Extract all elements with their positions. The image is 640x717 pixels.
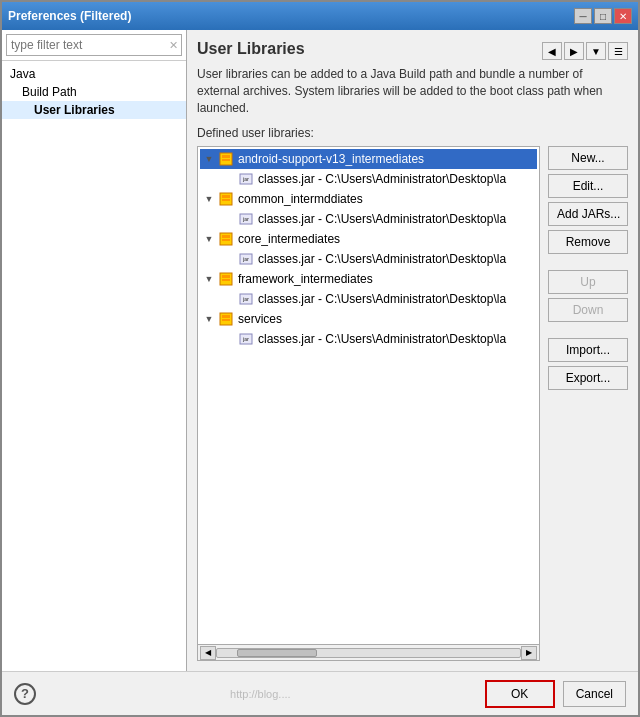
down-button[interactable]: Down: [548, 298, 628, 322]
svg-rect-17: [222, 279, 230, 281]
bottom-left: ?: [14, 683, 36, 705]
svg-text:jar: jar: [242, 296, 249, 302]
btn-spacer-1: [548, 258, 628, 266]
lib-child-0-0[interactable]: ▶ jar classes.jar - C:\Users\Administrat…: [200, 169, 537, 189]
watermark-text: http://blog....: [230, 688, 291, 700]
jar-icon-3-0: jar: [238, 291, 254, 307]
bottom-bar: ? http://blog.... OK Cancel: [2, 671, 638, 715]
add-jars-button[interactable]: Add JARs...: [548, 202, 628, 226]
svg-text:jar: jar: [242, 216, 249, 222]
svg-text:jar: jar: [242, 336, 249, 342]
jar-icon-1-0: jar: [238, 211, 254, 227]
remove-button[interactable]: Remove: [548, 230, 628, 254]
filter-clear-icon[interactable]: ✕: [169, 39, 178, 52]
window-title: Preferences (Filtered): [8, 9, 131, 23]
import-button[interactable]: Import...: [548, 338, 628, 362]
jar-name-3-0: classes.jar - C:\Users\Administrator\Des…: [258, 292, 506, 306]
up-button[interactable]: Up: [548, 270, 628, 294]
svg-rect-11: [222, 235, 230, 238]
filter-input[interactable]: [6, 34, 182, 56]
svg-rect-21: [222, 315, 230, 318]
lib-child-3-0[interactable]: ▶ jar classes.jar - C:\Users\Administrat…: [200, 289, 537, 309]
ok-button[interactable]: OK: [485, 680, 555, 708]
svg-rect-12: [222, 239, 230, 241]
lib-name-0: android-support-v13_intermediates: [238, 152, 424, 166]
sidebar-tree: Java Build Path User Libraries: [2, 61, 186, 671]
library-tree-container[interactable]: ▼ android-support-v13_intermediates: [198, 147, 539, 644]
lib-child-1-0[interactable]: ▶ jar classes.jar - C:\Users\Administrat…: [200, 209, 537, 229]
svg-rect-6: [222, 195, 230, 198]
svg-text:jar: jar: [242, 176, 249, 182]
library-icon-4: [218, 311, 234, 327]
lib-item-framework[interactable]: ▼ framework_intermediates: [200, 269, 537, 289]
new-button[interactable]: New...: [548, 146, 628, 170]
window-controls: ─ □ ✕: [574, 8, 632, 24]
jar-name-4-0: classes.jar - C:\Users\Administrator\Des…: [258, 332, 506, 346]
library-area: ▼ android-support-v13_intermediates: [197, 146, 628, 661]
lib-item-android-support[interactable]: ▼ android-support-v13_intermediates: [200, 149, 537, 169]
minimize-button[interactable]: ─: [574, 8, 592, 24]
lib-child-2-0[interactable]: ▶ jar classes.jar - C:\Users\Administrat…: [200, 249, 537, 269]
expand-icon-4: ▼: [204, 314, 214, 324]
sidebar-item-userlibraries[interactable]: User Libraries: [2, 101, 186, 119]
lib-name-2: core_intermediates: [238, 232, 340, 246]
buttons-panel: New... Edit... Add JARs... Remove Up Dow…: [548, 146, 628, 661]
scroll-left-button[interactable]: ◀: [200, 646, 216, 660]
svg-rect-1: [222, 155, 230, 158]
lib-item-common[interactable]: ▼ common_intermddiates: [200, 189, 537, 209]
library-icon-3: [218, 271, 234, 287]
jar-icon-0-0: jar: [238, 171, 254, 187]
bottom-right: OK Cancel: [485, 680, 626, 708]
lib-item-services[interactable]: ▼ services: [200, 309, 537, 329]
library-tree-wrapper: ▼ android-support-v13_intermediates: [197, 146, 540, 661]
expand-icon-3: ▼: [204, 274, 214, 284]
edit-button[interactable]: Edit...: [548, 174, 628, 198]
export-button[interactable]: Export...: [548, 366, 628, 390]
lib-name-1: common_intermddiates: [238, 192, 363, 206]
panel-header: User Libraries ◀ ▶ ▼ ☰: [197, 40, 628, 58]
expand-icon-2: ▼: [204, 234, 214, 244]
lib-name-3: framework_intermediates: [238, 272, 373, 286]
library-icon-2: [218, 231, 234, 247]
library-icon-1: [218, 191, 234, 207]
library-tree: ▼ android-support-v13_intermediates: [198, 147, 539, 351]
lib-name-4: services: [238, 312, 282, 326]
main-panel: User Libraries ◀ ▶ ▼ ☰ User libraries ca…: [187, 30, 638, 671]
close-button[interactable]: ✕: [614, 8, 632, 24]
scroll-track[interactable]: [216, 648, 521, 658]
maximize-button[interactable]: □: [594, 8, 612, 24]
menu-button[interactable]: ☰: [608, 42, 628, 60]
forward-button[interactable]: ▶: [564, 42, 584, 60]
title-bar: Preferences (Filtered) ─ □ ✕: [2, 2, 638, 30]
back-button[interactable]: ◀: [542, 42, 562, 60]
main-content: ✕ Java Build Path User Libraries User Li…: [2, 30, 638, 671]
lib-child-4-0[interactable]: ▶ jar classes.jar - C:\Users\Administrat…: [200, 329, 537, 349]
dropdown-button[interactable]: ▼: [586, 42, 606, 60]
cancel-button[interactable]: Cancel: [563, 681, 626, 707]
scroll-right-button[interactable]: ▶: [521, 646, 537, 660]
library-icon-0: [218, 151, 234, 167]
expand-icon-1: ▼: [204, 194, 214, 204]
svg-rect-16: [222, 275, 230, 278]
horizontal-scrollbar[interactable]: ◀ ▶: [198, 644, 539, 660]
lib-item-core[interactable]: ▼ core_intermediates: [200, 229, 537, 249]
section-label: Defined user libraries:: [197, 126, 628, 140]
nav-toolbar: ◀ ▶ ▼ ☰: [542, 42, 628, 60]
btn-spacer-2: [548, 326, 628, 334]
preferences-window: Preferences (Filtered) ─ □ ✕ ✕ Java Buil…: [0, 0, 640, 717]
jar-name-2-0: classes.jar - C:\Users\Administrator\Des…: [258, 252, 506, 266]
sidebar: ✕ Java Build Path User Libraries: [2, 30, 187, 671]
sidebar-item-buildpath[interactable]: Build Path: [2, 83, 186, 101]
svg-rect-2: [222, 159, 230, 161]
jar-icon-2-0: jar: [238, 251, 254, 267]
scroll-thumb[interactable]: [237, 649, 317, 657]
svg-text:jar: jar: [242, 256, 249, 262]
sidebar-item-java[interactable]: Java: [2, 65, 186, 83]
svg-rect-22: [222, 319, 230, 321]
filter-box: ✕: [2, 30, 186, 61]
jar-name-0-0: classes.jar - C:\Users\Administrator\Des…: [258, 172, 506, 186]
panel-title: User Libraries: [197, 40, 305, 57]
jar-icon-4-0: jar: [238, 331, 254, 347]
help-button[interactable]: ?: [14, 683, 36, 705]
svg-rect-7: [222, 199, 230, 201]
